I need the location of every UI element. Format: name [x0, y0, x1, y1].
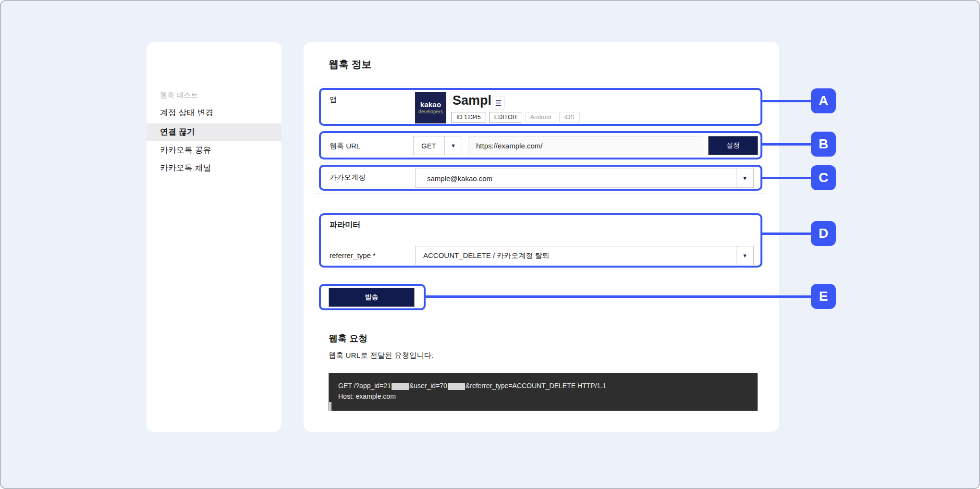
code-line-2: Host: example.com: [338, 391, 758, 402]
annotation-badge-a: A: [811, 88, 836, 113]
sidebar-item-account-status[interactable]: 계정 상태 변경: [147, 104, 282, 122]
webhook-request-code-block: GET /?app_id=21&user_id=70&referrer_type…: [329, 373, 758, 411]
row-divider: [316, 129, 766, 129]
annotation-line-d: [762, 232, 811, 235]
sidebar-item-kakaotalk-share[interactable]: 카카오톡 공유: [147, 142, 282, 159]
code-line-1: GET /?app_id=21&user_id=70&referrer_type…: [338, 380, 758, 391]
annotation-box-c: [319, 165, 762, 191]
webhook-request-title: 웹훅 요청: [329, 332, 368, 345]
annotation-box-e: [319, 284, 426, 310]
sidebar-section-label: 웹훅 테스트: [160, 91, 198, 100]
annotation-box-d: [319, 213, 762, 268]
webhook-request-description: 웹훅 URL로 전달된 요청입니다.: [329, 351, 434, 361]
annotation-badge-e: E: [811, 284, 836, 309]
annotation-box-a: [319, 88, 762, 126]
redacted-user-id: [448, 383, 465, 390]
row-divider: [316, 193, 766, 194]
annotation-badge-c: C: [811, 165, 836, 190]
annotation-line-e: [426, 295, 811, 298]
sidebar: 웹훅 테스트 계정 상태 변경 연결 끊기 카카오톡 공유 카카오톡 채널: [147, 42, 282, 432]
annotation-box-b: [319, 131, 762, 159]
annotation-line-b: [762, 143, 811, 146]
annotation-badge-d: D: [811, 221, 836, 246]
annotation-line-c: [762, 177, 811, 179]
row-divider: [316, 86, 766, 86]
page: 웹훅 테스트 계정 상태 변경 연결 끊기 카카오톡 공유 카카오톡 채널 웹훅…: [0, 0, 980, 489]
code-scrollbar-thumb[interactable]: [329, 402, 331, 411]
page-title: 웹훅 정보: [329, 58, 372, 71]
redacted-app-id: [392, 383, 409, 390]
sidebar-item-kakaotalk-channel[interactable]: 카카오톡 채널: [147, 159, 282, 177]
sidebar-item-unlink[interactable]: 연결 끊기: [147, 123, 282, 141]
annotation-badge-b: B: [811, 132, 836, 157]
annotation-line-a: [762, 100, 811, 102]
row-divider: [316, 162, 766, 162]
